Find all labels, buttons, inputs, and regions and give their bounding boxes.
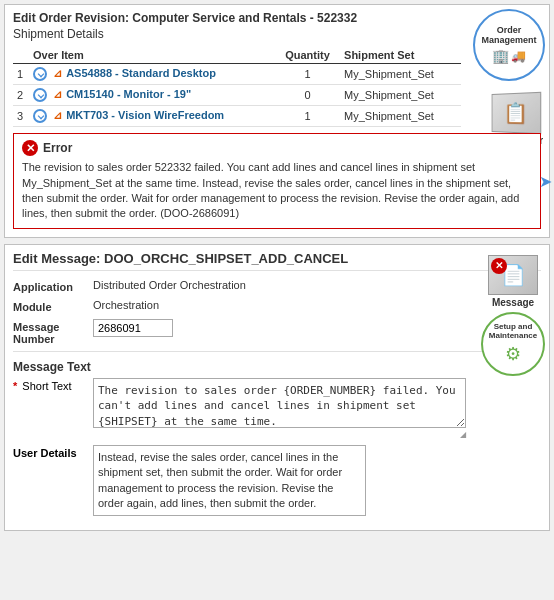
qty-cell: 0 <box>275 85 340 106</box>
application-value: Distributed Order Orchestration <box>93 279 246 291</box>
message-badge-label: Message <box>492 297 534 308</box>
table-row: 3 ⊿ MKT703 - Vision WireFreedom 1 My_Shi… <box>13 106 461 127</box>
order-management-label: OrderManagement <box>481 26 536 46</box>
user-details-text: Instead, revise the sales order, cancel … <box>93 445 366 517</box>
gear-icon: ⚙ <box>505 343 521 365</box>
shipment-set-cell: My_Shipment_Set <box>340 106 461 127</box>
message-image: ✕ 📄 <box>488 255 538 295</box>
sales-order-icon: 📋 <box>503 101 528 126</box>
qty-cell: 1 <box>275 106 340 127</box>
resize-handle: ◢ <box>460 431 466 439</box>
message-number-row: MessageNumber <box>13 319 541 345</box>
shipment-table: Over Item Quantity Shipment Set 1 ⊿ AS54… <box>13 47 461 127</box>
row-number: 3 <box>13 106 29 127</box>
message-number-input[interactable] <box>93 319 173 337</box>
short-text-label-text: Short Text <box>22 380 71 392</box>
item-link[interactable]: CM15140 - Monitor - 19" <box>66 88 191 100</box>
item-cell: ⊿ CM15140 - Monitor - 19" <box>29 85 275 106</box>
error-icon: ✕ <box>22 140 38 156</box>
panel-title: Edit Order Revision: Computer Service an… <box>13 11 541 25</box>
message-number-label: MessageNumber <box>13 319 93 345</box>
row-number: 1 <box>13 64 29 85</box>
truck-icon: 🚚 <box>511 49 526 63</box>
check-icon <box>33 67 47 81</box>
short-text-row: * Short Text The revision to sales order… <box>13 378 541 439</box>
main-container: Edit Order Revision: Computer Service an… <box>0 0 554 535</box>
short-text-input[interactable]: The revision to sales order {ORDER_NUMBE… <box>93 378 466 428</box>
arrow-connector: ➤ <box>539 172 552 191</box>
user-details-row: User Details Instead, revise the sales o… <box>13 445 541 517</box>
error-text: The revision to sales order 522332 faile… <box>22 160 532 222</box>
module-label: Module <box>13 299 93 313</box>
check-icon <box>33 88 47 102</box>
col-header-shipment-set: Shipment Set <box>340 47 461 64</box>
item-link[interactable]: MKT703 - Vision WireFreedom <box>66 109 224 121</box>
order-management-icons: 🏢 🚚 <box>492 48 526 64</box>
col-header-over <box>13 47 29 64</box>
shipment-set-cell: My_Shipment_Set <box>340 64 461 85</box>
item-flag-icon: ⊿ <box>53 88 62 100</box>
message-error-icon: ✕ <box>491 258 507 274</box>
user-details-label: User Details <box>13 445 93 459</box>
item-link[interactable]: AS54888 - Standard Desktop <box>66 67 216 79</box>
bottom-panel: Edit Message: DOO_ORCHC_SHIPSET_ADD_CANC… <box>4 244 550 532</box>
module-value: Orchestration <box>93 299 159 311</box>
row-number: 2 <box>13 85 29 106</box>
application-row: Application Distributed Order Orchestrat… <box>13 279 541 293</box>
setup-maintenance-badge[interactable]: Setup andMaintenance ⚙ <box>481 312 545 376</box>
order-management-badge[interactable]: OrderManagement 🏢 🚚 <box>473 9 545 81</box>
item-flag-icon: ⊿ <box>53 109 62 121</box>
error-header: ✕ Error <box>22 140 532 156</box>
required-star: * <box>13 380 17 392</box>
building-icon: 🏢 <box>492 48 509 64</box>
shipment-set-cell: My_Shipment_Set <box>340 85 461 106</box>
item-flag-icon: ⊿ <box>53 67 62 79</box>
table-row: 2 ⊿ CM15140 - Monitor - 19" 0 My_Shipmen… <box>13 85 461 106</box>
setup-maintenance-label: Setup andMaintenance <box>489 323 537 341</box>
message-badges: ✕ 📄 Message Setup andMaintenance ⚙ <box>481 255 545 376</box>
check-icon <box>33 109 47 123</box>
panel-subtitle: Shipment Details <box>13 27 541 41</box>
error-title: Error <box>43 141 72 155</box>
short-text-container: The revision to sales order {ORDER_NUMBE… <box>93 378 466 439</box>
message-badge[interactable]: ✕ 📄 Message <box>481 255 545 308</box>
sales-order-image: 📋 <box>492 92 542 134</box>
table-row: 1 ⊿ AS54888 - Standard Desktop 1 My_Ship… <box>13 64 461 85</box>
col-header-qty: Quantity <box>275 47 340 64</box>
bottom-title: Edit Message: DOO_ORCHC_SHIPSET_ADD_CANC… <box>13 251 541 271</box>
module-row: Module Orchestration <box>13 299 541 313</box>
col-header-item: Over Item <box>29 47 275 64</box>
message-text-header: Message Text <box>13 360 541 374</box>
user-details-container: Instead, revise the sales order, cancel … <box>93 445 466 517</box>
application-label: Application <box>13 279 93 293</box>
top-panel: Edit Order Revision: Computer Service an… <box>4 4 550 238</box>
short-text-label: * Short Text <box>13 378 93 392</box>
qty-cell: 1 <box>275 64 340 85</box>
item-cell: ⊿ MKT703 - Vision WireFreedom <box>29 106 275 127</box>
divider <box>13 351 541 352</box>
error-box: ✕ Error The revision to sales order 5223… <box>13 133 541 229</box>
item-cell: ⊿ AS54888 - Standard Desktop <box>29 64 275 85</box>
